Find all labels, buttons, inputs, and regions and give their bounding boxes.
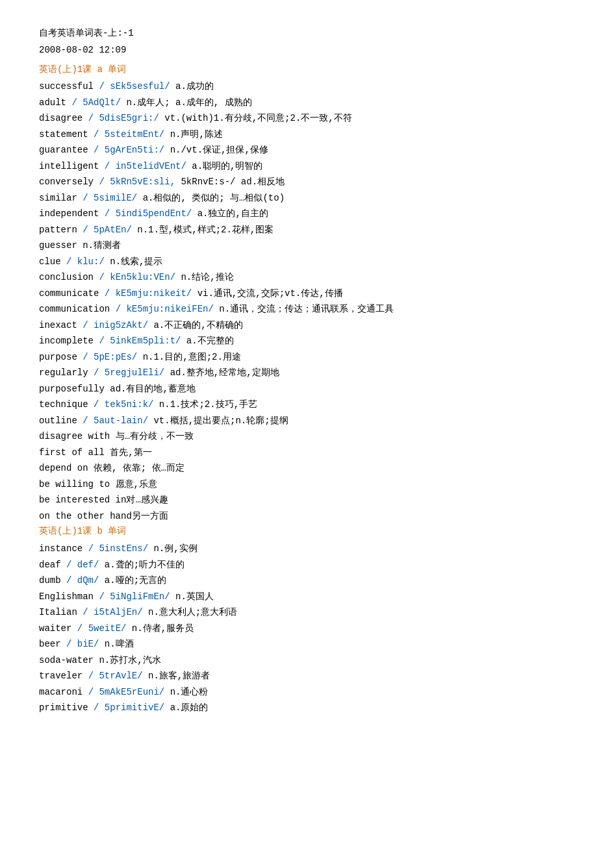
phrase: on the other hand [39, 511, 132, 521]
phonetic: / 5gArEn5ti:/ [94, 145, 164, 155]
word: clue [39, 256, 61, 267]
definition: a.独立的,自主的 [198, 208, 268, 219]
definition: n.成年人; a.成年的, 成熟的 [126, 97, 251, 108]
word: Englishman [39, 591, 94, 602]
word: successful [39, 81, 94, 92]
entry-item: regularly / 5regjulEli/ ad.整齐地,经常地,定期地 [39, 365, 575, 381]
definition: n.侍者,服务员 [132, 623, 194, 634]
word: deaf [39, 560, 61, 570]
phrase-item: be willing to 愿意,乐意 [39, 477, 575, 493]
word: inexact [39, 320, 77, 330]
phonetic: / 5aut-lain/ [83, 415, 148, 426]
phrase: be interested in [39, 495, 126, 505]
word: dumb [39, 575, 61, 586]
phrase: depend on [39, 463, 88, 473]
phonetic: / 5inkEm5pli:t/ [99, 336, 181, 346]
phonetic: / 5pE:pEs/ [83, 352, 137, 362]
word: similar [39, 193, 77, 203]
definition: n.1.技术;2.技巧,手艺 [159, 399, 257, 410]
definition: n.例,实例 [153, 543, 197, 554]
phonetic: / 5AdQlt/ [71, 97, 121, 108]
word: soda-water [39, 655, 94, 665]
phonetic: / 5trAvlE/ [88, 671, 143, 681]
phrase-item: be interested in对…感兴趣 [39, 492, 575, 508]
word: incomplete [39, 336, 94, 346]
phonetic: / sEk5sesful/ [99, 81, 170, 92]
phonetic: / 5primitivE/ [94, 702, 164, 713]
phonetic: / biE/ [66, 639, 99, 649]
definition: a.哑的;无言的 [105, 575, 166, 586]
entry-item: adult / 5AdQlt/ n.成年人; a.成年的, 成熟的 [39, 95, 575, 111]
phonetic: / in5telidVEnt/ [105, 161, 186, 171]
entry-item: communication / kE5mju:nikeiFEn/ n.通讯，交流… [39, 301, 575, 317]
definition: vi.通讯,交流,交际;vt.传达,传播 [198, 288, 343, 299]
phonetic: / i5tAljEn/ [83, 607, 142, 617]
entry-item: independent / 5indi5pendEnt/ a.独立的,自主的 [39, 206, 575, 222]
entry-item: technique / tek5ni:k/ n.1.技术;2.技巧,手艺 [39, 397, 575, 413]
entry-item: similar / 5similE/ a.相似的, 类似的; 与…相似(to) [39, 190, 575, 206]
entries-section1: successful / sEk5sesful/ a.成功的adult / 5A… [39, 79, 575, 428]
word: communicate [39, 288, 99, 299]
word: Italian [39, 607, 77, 617]
word: communication [39, 304, 110, 314]
entries-section2: instance / 5instEns/ n.例,实例deaf / def/ a… [39, 541, 575, 716]
entry-item: instance / 5instEns/ n.例,实例 [39, 541, 575, 557]
phonetic: / kEn5klu:VEn/ [99, 272, 175, 282]
entry-item: deaf / def/ a.聋的;听力不佳的 [39, 557, 575, 573]
definition: a.不完整的 [186, 336, 234, 346]
phonetic: / klu:/ [66, 256, 105, 267]
section1-header: 英语(上)1课 a 单词 [39, 62, 575, 78]
definition: ad.有目的地,蓄意地 [105, 384, 196, 394]
definition: a.相似的, 类似的; 与…相似(to) [143, 193, 285, 203]
phrase-item: depend on 依赖, 依靠; 依…而定 [39, 460, 575, 477]
meaning: 愿意,乐意 [110, 479, 157, 490]
word: statement [39, 129, 88, 140]
word: guesser [39, 240, 77, 251]
phonetic: / 5indi5pendEnt/ [105, 208, 192, 219]
phrase: disagree with [39, 431, 110, 441]
entry-item: Italian / i5tAljEn/ n.意大利人;意大利语 [39, 604, 575, 621]
word: purpose [39, 352, 77, 362]
word: macaroni [39, 687, 83, 697]
page-container: 自考英语单词表-上:-1 2008-08-02 12:09 英语(上)1课 a … [39, 26, 575, 716]
word: conversely [39, 177, 94, 187]
word: primitive [39, 702, 88, 713]
phonetic: / 5regjulEli/ [94, 367, 164, 378]
phrases-section1: disagree with 与…有分歧，不一致first of all 首先,第… [39, 428, 575, 524]
definition: n.1.型,模式,样式;2.花样,图案 [137, 225, 274, 235]
definition: n./vt.保证,担保,保修 [170, 145, 268, 155]
phonetic: / kE5mju:nikeiFEn/ [116, 304, 214, 314]
definition: n.啤酒 [105, 639, 134, 649]
word: waiter [39, 623, 71, 634]
definition: a.原始的 [170, 702, 209, 713]
phonetic: / 5similE/ [83, 193, 137, 203]
definition: n.意大利人;意大利语 [148, 607, 237, 617]
definition: vt.概括,提出要点;n.轮廓;提纲 [153, 415, 288, 426]
phonetic: / 5disE5gri:/ [88, 113, 159, 123]
phrase-item: first of all 首先,第一 [39, 445, 575, 461]
definition: n.1.目的,意图;2.用途 [143, 352, 241, 362]
definition: 5kRnvE:s-/ ad.相反地 [181, 177, 285, 187]
phonetic: / inig5zAkt/ [83, 320, 148, 330]
entry-item: conclusion / kEn5klu:VEn/ n.结论,推论 [39, 269, 575, 286]
entry-item: outline / 5aut-lain/ vt.概括,提出要点;n.轮廓;提纲 [39, 413, 575, 429]
definition: n.猜测者 [77, 240, 121, 251]
entry-item: soda-water n.苏打水,汽水 [39, 652, 575, 669]
word: independent [39, 208, 99, 219]
definition: ad.整齐地,经常地,定期地 [170, 367, 279, 378]
entry-item: successful / sEk5sesful/ a.成功的 [39, 79, 575, 95]
entry-item: guarantee / 5gArEn5ti:/ n./vt.保证,担保,保修 [39, 142, 575, 158]
definition: n.通心粉 [170, 687, 209, 697]
entry-item: primitive / 5primitivE/ a.原始的 [39, 700, 575, 716]
entry-item: waiter / 5weitE/ n.侍者,服务员 [39, 621, 575, 637]
word: instance [39, 543, 83, 554]
entry-item: purpose / 5pE:pEs/ n.1.目的,意图;2.用途 [39, 349, 575, 366]
phonetic: / def/ [66, 560, 99, 570]
entry-item: pattern / 5pAtEn/ n.1.型,模式,样式;2.花样,图案 [39, 222, 575, 238]
entry-item: inexact / inig5zAkt/ a.不正确的,不精确的 [39, 317, 575, 334]
phrase: first of all [39, 447, 105, 458]
entry-item: disagree / 5disE5gri:/ vt.(with)1.有分歧,不同… [39, 110, 575, 127]
entry-item: purposefully ad.有目的地,蓄意地 [39, 381, 575, 397]
word: conclusion [39, 272, 94, 282]
meaning: 与…有分歧，不一致 [110, 431, 194, 441]
